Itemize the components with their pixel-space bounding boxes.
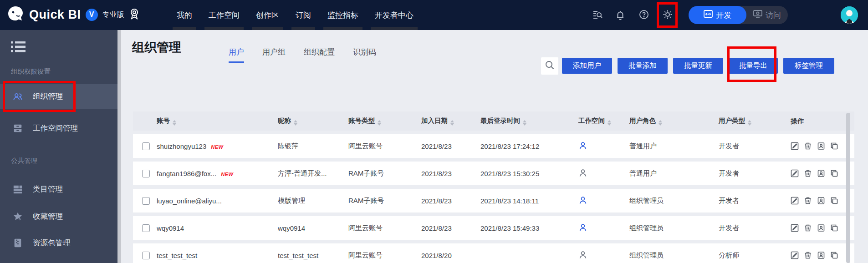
- nav-underline: [291, 27, 315, 30]
- table-row: luyao_online@aliyu...模版管理RAM子账号2021/8/23…: [133, 189, 854, 212]
- cell-account-type: RAM子账号: [348, 162, 421, 185]
- workspace-person-icon[interactable]: [578, 144, 587, 152]
- edit-icon[interactable]: [791, 169, 799, 177]
- edit-icon[interactable]: [791, 197, 799, 205]
- col-account[interactable]: 账号: [157, 111, 278, 131]
- sort-icon[interactable]: [450, 120, 454, 126]
- search-list-icon[interactable]: [592, 9, 603, 20]
- cell-workspace: [578, 189, 629, 212]
- nav-item-monitor[interactable]: 监控指标: [327, 0, 358, 30]
- row-checkbox[interactable]: [142, 224, 150, 232]
- blocks-grid-icon: [13, 184, 23, 194]
- notification-bell-icon[interactable]: [615, 9, 626, 20]
- cell-account-type: RAM子账号: [348, 189, 421, 212]
- user-avatar[interactable]: [841, 6, 858, 24]
- delete-icon[interactable]: [804, 197, 812, 205]
- row-checkbox[interactable]: [142, 252, 150, 259]
- row-checkbox[interactable]: [142, 170, 150, 177]
- nav-item-subscription[interactable]: 订阅: [296, 0, 311, 30]
- sidebar-item-category-management[interactable]: 类目管理: [0, 177, 117, 202]
- two-people-icon: [13, 91, 23, 101]
- cell-workspace: [578, 134, 629, 158]
- help-icon[interactable]: [638, 9, 649, 20]
- sort-icon[interactable]: [748, 120, 751, 126]
- search-button[interactable]: [541, 57, 558, 75]
- cell-user-role: 组织管理员: [629, 243, 719, 263]
- delete-icon[interactable]: [804, 142, 812, 150]
- workspace-person-icon[interactable]: [578, 171, 587, 179]
- workspace-person-icon[interactable]: [578, 198, 587, 206]
- cell-user-type: 开发者: [719, 162, 791, 185]
- add-user-button[interactable]: 添加用户: [562, 58, 612, 74]
- workspace-person-icon[interactable]: [578, 226, 587, 233]
- access-mode-button[interactable]: 访问: [746, 10, 788, 20]
- sort-icon[interactable]: [378, 120, 381, 126]
- table-scrollbar[interactable]: [846, 113, 850, 263]
- cell-nickname: 陈银萍: [278, 134, 348, 158]
- col-user-type[interactable]: 用户类型: [719, 111, 791, 131]
- nav-underline: [204, 27, 244, 30]
- row-checkbox[interactable]: [142, 197, 150, 205]
- sidebar-item-workspace-management[interactable]: 工作空间管理: [0, 116, 117, 141]
- sort-icon[interactable]: [608, 120, 611, 126]
- nav-item-my[interactable]: 我的: [177, 0, 192, 30]
- col-nickname[interactable]: 昵称: [278, 111, 348, 131]
- sidebar-item-favorites-management[interactable]: 收藏管理: [0, 204, 117, 229]
- dev-access-toggle: 开发 访问: [689, 6, 788, 24]
- cell-workspace: [578, 162, 629, 185]
- sort-icon[interactable]: [659, 120, 662, 126]
- edit-icon[interactable]: [791, 224, 799, 232]
- tag-management-button[interactable]: 标签管理: [783, 58, 834, 74]
- cell-join-date: 2021/8/23: [421, 189, 480, 212]
- workspace-person-icon[interactable]: [578, 253, 587, 261]
- edit-icon[interactable]: [791, 251, 799, 259]
- nav-item-creation[interactable]: 创作区: [256, 0, 279, 30]
- tab-users[interactable]: 用户: [229, 47, 244, 63]
- brand-area[interactable]: Quick BI V 专业版: [6, 5, 140, 25]
- copy-icon[interactable]: [830, 169, 838, 177]
- batch-update-button[interactable]: 批量更新: [673, 58, 723, 74]
- nav-item-workspace[interactable]: 工作空间: [209, 0, 240, 30]
- edit-icon[interactable]: [791, 142, 799, 150]
- cell-user-role: 普通用户: [629, 134, 719, 158]
- copy-icon[interactable]: [830, 197, 838, 205]
- delete-icon[interactable]: [804, 224, 812, 232]
- tab-user-groups[interactable]: 用户组: [262, 47, 286, 63]
- copy-icon[interactable]: [830, 251, 838, 259]
- nav-item-developer-center[interactable]: 开发者中心: [375, 0, 414, 30]
- cell-join-date: 2021/8/23: [421, 216, 480, 240]
- brand-name: Quick BI: [29, 8, 81, 22]
- id-card-icon[interactable]: [817, 224, 825, 232]
- id-card-icon[interactable]: [817, 251, 825, 259]
- delete-icon[interactable]: [804, 251, 812, 259]
- row-checkbox[interactable]: [142, 142, 150, 150]
- gear-icon[interactable]: [662, 9, 673, 20]
- batch-add-button[interactable]: 批量添加: [618, 58, 668, 74]
- col-workspace[interactable]: 工作空间: [578, 111, 629, 131]
- nav-item-label: 创作区: [256, 10, 279, 20]
- copy-icon[interactable]: [830, 142, 838, 150]
- main-nav-menu: 我的 工作空间 创作区 订阅 监控指标 开发者中心: [177, 0, 414, 30]
- id-card-icon[interactable]: [817, 169, 825, 177]
- cell-user-role: 组织管理员: [629, 189, 719, 212]
- cell-last-login: 2021/8/23 15:49:33: [480, 216, 578, 240]
- col-join-date[interactable]: 加入日期: [421, 111, 480, 131]
- col-last-login[interactable]: 最后登录时间: [480, 111, 578, 131]
- sort-icon[interactable]: [173, 120, 176, 126]
- batch-export-button[interactable]: 批量导出: [729, 58, 778, 74]
- col-account-type[interactable]: 账号类型: [348, 111, 421, 131]
- id-card-icon[interactable]: [817, 197, 825, 205]
- dev-mode-button[interactable]: 开发: [689, 6, 746, 24]
- sort-icon[interactable]: [523, 120, 526, 126]
- cell-account-type: 阿里云账号: [348, 134, 421, 158]
- sidebar-item-org-management[interactable]: 组织管理: [0, 84, 117, 109]
- id-card-icon[interactable]: [817, 142, 825, 150]
- tab-identification-code[interactable]: 识别码: [353, 47, 376, 63]
- col-user-role[interactable]: 用户角色: [629, 111, 719, 131]
- collapse-menu-icon[interactable]: [11, 41, 26, 53]
- copy-icon[interactable]: [830, 224, 838, 232]
- sidebar-item-resource-package-management[interactable]: 资源包管理: [0, 230, 117, 256]
- delete-icon[interactable]: [804, 169, 812, 177]
- sort-icon[interactable]: [294, 120, 297, 126]
- tab-org-config[interactable]: 组织配置: [304, 47, 335, 63]
